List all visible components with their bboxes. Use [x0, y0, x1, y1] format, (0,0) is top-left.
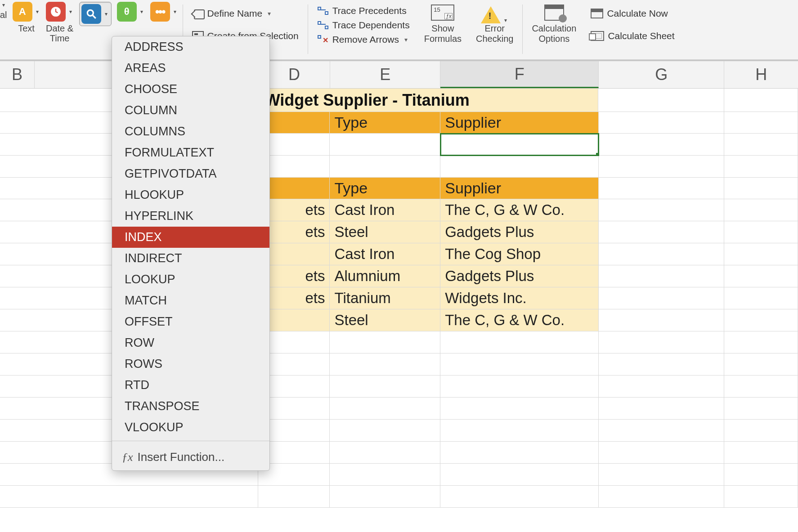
dropdown-item-columns[interactable]: COLUMNS	[112, 121, 269, 142]
trace-dependents-button[interactable]: Trace Dependents	[314, 18, 412, 32]
col-header-H-area[interactable]: H	[724, 61, 798, 88]
cell[interactable]	[724, 309, 798, 331]
insert-function-button[interactable]: ƒx Insert Function...	[112, 444, 269, 470]
cell[interactable]	[330, 376, 440, 398]
cell[interactable]	[258, 486, 330, 508]
dropdown-caret-icon[interactable]: ▾	[404, 36, 408, 43]
show-formulas-button[interactable]: ƒx Show Formulas	[417, 2, 469, 44]
dropdown-caret-icon[interactable]: ▾	[0, 2, 7, 8]
cell[interactable]	[724, 221, 798, 243]
cell[interactable]	[599, 178, 724, 199]
cell[interactable]	[440, 464, 598, 486]
cell[interactable]	[440, 353, 598, 376]
math-functions-button[interactable]: θ	[117, 2, 137, 22]
cell[interactable]	[440, 156, 598, 178]
cell[interactable]	[440, 442, 598, 464]
cell[interactable]	[330, 134, 440, 156]
cell[interactable]	[440, 398, 598, 420]
cell[interactable]	[724, 464, 798, 486]
cell[interactable]	[724, 420, 798, 442]
dropdown-item-getpivotdata[interactable]: GETPIVOTDATA	[112, 163, 269, 184]
dropdown-item-hlookup[interactable]: HLOOKUP	[112, 184, 269, 206]
cell[interactable]	[330, 464, 440, 486]
cell[interactable]: Steel	[330, 221, 440, 243]
dropdown-item-vlookup[interactable]: VLOOKUP	[112, 417, 269, 438]
cell[interactable]: Steel	[330, 309, 440, 331]
cell[interactable]	[599, 464, 724, 486]
calculation-options-button[interactable]: Calculation Options	[525, 2, 583, 44]
lookup-functions-button[interactable]	[81, 4, 101, 24]
col-header-B-area[interactable]: B	[0, 61, 35, 88]
cell[interactable]	[724, 442, 798, 464]
cell[interactable]	[599, 156, 724, 178]
dropdown-item-column[interactable]: COLUMN	[112, 100, 269, 121]
cell[interactable]	[440, 331, 598, 353]
cell[interactable]: The C, G & W Co.	[440, 309, 598, 331]
cell[interactable]	[724, 353, 798, 376]
cell[interactable]	[599, 199, 724, 221]
cell[interactable]	[599, 265, 724, 287]
cell[interactable]	[330, 420, 440, 442]
header2-supplier[interactable]: Supplier	[440, 178, 598, 199]
cell[interactable]	[724, 265, 798, 287]
col-header-E-area[interactable]: E	[330, 61, 441, 88]
header-supplier[interactable]: Supplier	[440, 112, 598, 134]
cell[interactable]	[599, 398, 724, 420]
more-functions-button[interactable]: •••	[150, 2, 170, 22]
cell[interactable]	[599, 353, 724, 376]
error-checking-button[interactable]: ▾ Error Checking	[469, 2, 520, 44]
title-cell[interactable]: Widget Supplier - Titanium	[259, 89, 599, 112]
cell[interactable]	[599, 376, 724, 398]
cell[interactable]	[724, 89, 798, 112]
cell[interactable]	[724, 486, 798, 508]
dropdown-caret-icon[interactable]: ▾	[172, 9, 178, 15]
cell[interactable]	[724, 376, 798, 398]
cell[interactable]	[330, 353, 440, 376]
datetime-functions-button[interactable]	[46, 2, 66, 22]
cell[interactable]	[724, 156, 798, 178]
cell[interactable]	[330, 398, 440, 420]
dropdown-item-areas[interactable]: AREAS	[112, 58, 269, 79]
cell[interactable]: Gadgets Plus	[440, 265, 598, 287]
cell[interactable]: Cast Iron	[330, 199, 440, 221]
dropdown-item-rows[interactable]: ROWS	[112, 353, 269, 375]
calculate-now-button[interactable]: Calculate Now	[588, 6, 670, 21]
cell[interactable]	[599, 287, 724, 309]
cell[interactable]: Alumnium	[330, 265, 440, 287]
calculate-sheet-button[interactable]: Calculate Sheet	[588, 29, 677, 43]
cell[interactable]: The C, G & W Co.	[440, 199, 598, 221]
cell[interactable]	[599, 221, 724, 243]
cell[interactable]	[724, 178, 798, 199]
dropdown-caret-icon[interactable]: ▾	[268, 10, 271, 17]
cell[interactable]	[599, 112, 724, 134]
dropdown-item-rtd[interactable]: RTD	[112, 375, 269, 396]
trace-precedents-button[interactable]: Trace Precedents	[314, 4, 409, 18]
dropdown-item-choose[interactable]: CHOOSE	[112, 79, 269, 100]
dropdown-item-index[interactable]: INDEX	[112, 227, 269, 248]
dropdown-item-lookup[interactable]: LOOKUP	[112, 269, 269, 290]
col-header-G-area[interactable]: G	[599, 61, 724, 88]
dropdown-caret-icon[interactable]: ▾	[139, 9, 145, 15]
dropdown-item-match[interactable]: MATCH	[112, 290, 269, 311]
cell[interactable]	[599, 442, 724, 464]
cell[interactable]	[330, 156, 440, 178]
text-functions-button[interactable]: A	[13, 2, 32, 22]
cell[interactable]	[330, 486, 440, 508]
cell[interactable]: The Cog Shop	[440, 243, 598, 265]
cell[interactable]: Gadgets Plus	[440, 221, 598, 243]
selected-cell[interactable]	[440, 134, 598, 156]
cell[interactable]	[724, 199, 798, 221]
cell[interactable]	[330, 442, 440, 464]
cell[interactable]	[330, 331, 440, 353]
col-header-F-area[interactable]: F	[440, 61, 599, 88]
cell[interactable]	[599, 309, 724, 331]
dropdown-item-indirect[interactable]: INDIRECT	[112, 248, 269, 269]
cell[interactable]: Cast Iron	[330, 243, 440, 265]
dropdown-caret-icon[interactable]: ▾	[67, 9, 74, 15]
dropdown-item-formulatext[interactable]: FORMULATEXT	[112, 142, 269, 163]
cell[interactable]	[599, 420, 724, 442]
dropdown-item-hyperlink[interactable]: HYPERLINK	[112, 206, 269, 227]
dropdown-item-offset[interactable]: OFFSET	[112, 311, 269, 332]
cell[interactable]: Titanium	[330, 287, 440, 309]
cell[interactable]	[724, 331, 798, 353]
